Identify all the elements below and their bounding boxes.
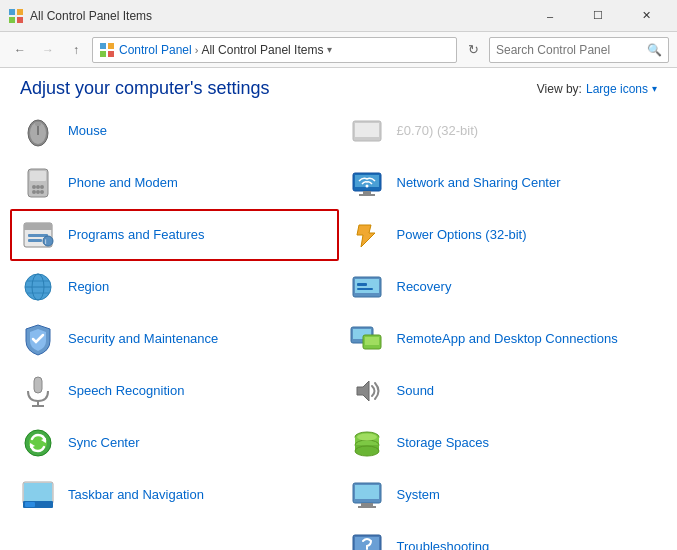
content-header: Adjust your computer's settings View by:…: [0, 68, 677, 105]
svg-point-17: [32, 190, 36, 194]
item-programs-features[interactable]: i Programs and Features: [10, 209, 339, 261]
item-system[interactable]: System: [339, 469, 668, 521]
item-top-faded: £0.70) (32-bit): [339, 105, 668, 157]
refresh-button[interactable]: ↻: [461, 38, 485, 62]
item-taskbar-label: Taskbar and Navigation: [68, 487, 204, 504]
page-title: Adjust your computer's settings: [20, 78, 270, 99]
svg-point-49: [365, 185, 368, 188]
search-icon: 🔍: [647, 43, 662, 57]
up-button[interactable]: ↑: [64, 38, 88, 62]
breadcrumb-dropdown-icon[interactable]: ▾: [327, 44, 332, 55]
search-input[interactable]: [496, 43, 647, 57]
breadcrumb-part1[interactable]: Control Panel: [119, 43, 192, 57]
item-sync[interactable]: Sync Center: [10, 417, 339, 469]
item-sound[interactable]: Sound: [339, 365, 668, 417]
app-icon: [8, 8, 24, 24]
svg-point-63: [355, 446, 379, 456]
left-column: Mouse: [10, 105, 339, 540]
svg-point-14: [32, 185, 36, 189]
item-recovery[interactable]: Recovery: [339, 261, 668, 313]
svg-rect-32: [34, 377, 42, 393]
svg-point-11: [35, 122, 41, 126]
storage-icon: [347, 423, 387, 463]
item-system-label: System: [397, 487, 440, 504]
item-mouse-label: Mouse: [68, 123, 107, 140]
breadcrumb-part2[interactable]: All Control Panel Items: [201, 43, 323, 57]
item-security[interactable]: Security and Maintenance: [10, 313, 339, 365]
svg-rect-1: [17, 9, 23, 15]
items-columns: Mouse: [10, 105, 667, 540]
top-faded-icon: [347, 111, 387, 151]
svg-rect-44: [355, 123, 379, 137]
sound-icon: [347, 371, 387, 411]
item-mouse[interactable]: Mouse: [10, 105, 339, 157]
maximize-button[interactable]: ☐: [575, 0, 621, 32]
region-icon: [18, 267, 58, 307]
item-power[interactable]: Power Options (32-bit): [339, 209, 668, 261]
item-security-label: Security and Maintenance: [68, 331, 218, 348]
svg-rect-57: [365, 337, 379, 345]
item-speech-label: Speech Recognition: [68, 383, 184, 400]
window-controls: – ☐ ✕: [527, 0, 669, 32]
security-icon: [18, 319, 58, 359]
svg-point-64: [357, 434, 377, 441]
item-region[interactable]: Region: [10, 261, 339, 313]
remoteapp-icon: [347, 319, 387, 359]
svg-rect-67: [361, 503, 373, 506]
item-network-label: Network and Sharing Center: [397, 175, 561, 192]
minimize-button[interactable]: –: [527, 0, 573, 32]
item-phone-modem[interactable]: Phone and Modem: [10, 157, 339, 209]
right-column: £0.70) (32-bit) Ne: [339, 105, 668, 540]
phone-icon: [18, 163, 58, 203]
item-storage[interactable]: Storage Spaces: [339, 417, 668, 469]
address-bar: ← → ↑ Control Panel › All Control Panel …: [0, 32, 677, 68]
window-title: All Control Panel Items: [30, 9, 527, 23]
item-network[interactable]: Network and Sharing Center: [339, 157, 668, 209]
view-by-control: View by: Large icons ▾: [537, 82, 657, 96]
svg-rect-24: [28, 239, 42, 242]
svg-point-16: [40, 185, 44, 189]
close-button[interactable]: ✕: [623, 0, 669, 32]
view-by-label: View by:: [537, 82, 582, 96]
item-recovery-label: Recovery: [397, 279, 452, 296]
item-taskbar[interactable]: Taskbar and Navigation: [10, 469, 339, 521]
svg-rect-4: [100, 43, 106, 49]
breadcrumb[interactable]: Control Panel › All Control Panel Items …: [92, 37, 457, 63]
item-storage-label: Storage Spaces: [397, 435, 490, 452]
svg-rect-52: [357, 283, 367, 286]
title-bar: All Control Panel Items – ☐ ✕: [0, 0, 677, 32]
svg-rect-42: [24, 483, 52, 501]
svg-rect-7: [108, 51, 114, 57]
svg-rect-3: [17, 17, 23, 23]
view-by-dropdown-icon[interactable]: ▾: [652, 83, 657, 94]
search-box[interactable]: 🔍: [489, 37, 669, 63]
svg-rect-53: [357, 288, 373, 290]
item-remoteapp[interactable]: RemoteApp and Desktop Connections: [339, 313, 668, 365]
recovery-icon: [347, 267, 387, 307]
network-icon: [347, 163, 387, 203]
svg-rect-0: [9, 9, 15, 15]
item-top-label: £0.70) (32-bit): [397, 123, 479, 140]
svg-rect-68: [358, 506, 376, 508]
svg-point-15: [36, 185, 40, 189]
item-phone-modem-label: Phone and Modem: [68, 175, 178, 192]
speech-icon: [18, 371, 58, 411]
item-sync-label: Sync Center: [68, 435, 140, 452]
view-by-value[interactable]: Large icons: [586, 82, 648, 96]
svg-rect-2: [9, 17, 15, 23]
item-troubleshooting-label: Troubleshooting: [397, 539, 490, 550]
back-button[interactable]: ←: [8, 38, 32, 62]
item-speech[interactable]: Speech Recognition: [10, 365, 339, 417]
taskbar-icon: [18, 475, 58, 515]
items-area: Mouse: [0, 105, 677, 550]
item-programs-features-label: Programs and Features: [68, 227, 205, 244]
item-troubleshooting[interactable]: Troubleshooting: [339, 521, 668, 550]
forward-button[interactable]: →: [36, 38, 60, 62]
svg-rect-48: [359, 194, 375, 196]
svg-rect-66: [355, 485, 379, 499]
item-power-label: Power Options (32-bit): [397, 227, 527, 244]
svg-marker-58: [357, 381, 369, 401]
item-remoteapp-label: RemoteApp and Desktop Connections: [397, 331, 618, 348]
svg-rect-13: [30, 171, 46, 181]
svg-rect-5: [108, 43, 114, 49]
